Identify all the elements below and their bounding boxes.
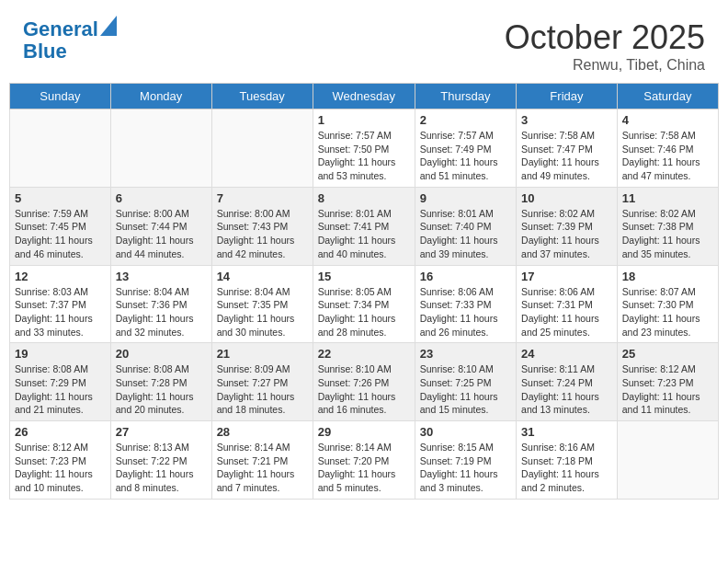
- day-number: 30: [420, 425, 511, 439]
- calendar-day-cell: 3Sunrise: 7:58 AMSunset: 7:47 PMDaylight…: [517, 109, 618, 188]
- day-info: Sunrise: 8:10 AMSunset: 7:26 PMDaylight:…: [318, 362, 410, 417]
- day-number: 12: [15, 270, 106, 283]
- calendar-day-cell: 23Sunrise: 8:10 AMSunset: 7:25 PMDayligh…: [415, 343, 516, 421]
- day-number: 21: [217, 347, 308, 361]
- day-number: 31: [521, 425, 612, 439]
- calendar-day-cell: 1Sunrise: 7:57 AMSunset: 7:50 PMDaylight…: [313, 109, 415, 188]
- calendar-day-cell: 7Sunrise: 8:00 AMSunset: 7:43 PMDaylight…: [211, 187, 313, 265]
- calendar-day-cell: 11Sunrise: 8:02 AMSunset: 7:38 PMDayligh…: [617, 187, 718, 265]
- day-info: Sunrise: 8:13 AMSunset: 7:22 PMDaylight:…: [116, 441, 207, 495]
- day-number: 8: [318, 191, 410, 205]
- calendar-day-cell: 25Sunrise: 8:12 AMSunset: 7:23 PMDayligh…: [617, 343, 718, 421]
- day-number: 9: [420, 191, 511, 205]
- calendar-day-cell: 14Sunrise: 8:04 AMSunset: 7:35 PMDayligh…: [211, 265, 313, 343]
- day-info: Sunrise: 8:03 AMSunset: 7:37 PMDaylight:…: [15, 285, 106, 339]
- day-info: Sunrise: 7:57 AMSunset: 7:50 PMDaylight:…: [318, 129, 410, 183]
- day-info: Sunrise: 8:11 AMSunset: 7:24 PMDaylight:…: [521, 362, 612, 417]
- calendar-day-cell: 9Sunrise: 8:01 AMSunset: 7:40 PMDaylight…: [415, 187, 516, 265]
- day-info: Sunrise: 8:14 AMSunset: 7:21 PMDaylight:…: [217, 441, 308, 495]
- day-number: 16: [420, 270, 511, 283]
- calendar-day-cell: 17Sunrise: 8:06 AMSunset: 7:31 PMDayligh…: [517, 265, 618, 343]
- day-info: Sunrise: 7:58 AMSunset: 7:46 PMDaylight:…: [622, 129, 713, 183]
- calendar-day-cell: 18Sunrise: 8:07 AMSunset: 7:30 PMDayligh…: [617, 265, 718, 343]
- day-of-week-header: Monday: [110, 84, 211, 109]
- calendar-day-cell: 20Sunrise: 8:08 AMSunset: 7:28 PMDayligh…: [110, 343, 211, 421]
- calendar-day-cell: 31Sunrise: 8:16 AMSunset: 7:18 PMDayligh…: [517, 421, 618, 500]
- calendar-day-cell: 28Sunrise: 8:14 AMSunset: 7:21 PMDayligh…: [211, 421, 313, 500]
- day-number: 28: [217, 425, 308, 439]
- day-info: Sunrise: 8:08 AMSunset: 7:28 PMDaylight:…: [116, 362, 207, 417]
- calendar-day-cell: 27Sunrise: 8:13 AMSunset: 7:22 PMDayligh…: [110, 421, 211, 500]
- day-info: Sunrise: 8:02 AMSunset: 7:38 PMDaylight:…: [622, 207, 713, 261]
- day-number: 10: [521, 191, 612, 205]
- calendar-day-cell: 15Sunrise: 8:05 AMSunset: 7:34 PMDayligh…: [313, 265, 415, 343]
- day-info: Sunrise: 8:00 AMSunset: 7:44 PMDaylight:…: [116, 207, 207, 261]
- calendar-day-cell: 21Sunrise: 8:09 AMSunset: 7:27 PMDayligh…: [211, 343, 313, 421]
- location-subtitle: Renwu, Tibet, China: [505, 57, 705, 74]
- calendar-day-cell: 24Sunrise: 8:11 AMSunset: 7:24 PMDayligh…: [517, 343, 618, 421]
- calendar-day-cell: 12Sunrise: 8:03 AMSunset: 7:37 PMDayligh…: [10, 265, 111, 343]
- calendar-day-cell: 29Sunrise: 8:14 AMSunset: 7:20 PMDayligh…: [313, 421, 415, 500]
- logo-subtext: Blue: [23, 40, 67, 63]
- calendar-week-row: 26Sunrise: 8:12 AMSunset: 7:23 PMDayligh…: [10, 421, 719, 500]
- day-number: 25: [622, 347, 713, 361]
- calendar-week-row: 12Sunrise: 8:03 AMSunset: 7:37 PMDayligh…: [10, 265, 719, 343]
- day-number: 22: [318, 347, 410, 361]
- day-number: 11: [622, 191, 713, 205]
- day-number: 4: [622, 113, 713, 127]
- day-of-week-header: Wednesday: [313, 84, 415, 109]
- calendar-day-cell: 22Sunrise: 8:10 AMSunset: 7:26 PMDayligh…: [313, 343, 415, 421]
- day-number: 18: [622, 270, 713, 283]
- calendar-day-cell: 13Sunrise: 8:04 AMSunset: 7:36 PMDayligh…: [110, 265, 211, 343]
- day-info: Sunrise: 8:06 AMSunset: 7:31 PMDaylight:…: [521, 285, 612, 339]
- calendar-day-cell: 8Sunrise: 8:01 AMSunset: 7:41 PMDaylight…: [313, 187, 415, 265]
- day-info: Sunrise: 8:16 AMSunset: 7:18 PMDaylight:…: [521, 441, 612, 495]
- day-info: Sunrise: 8:05 AMSunset: 7:34 PMDaylight:…: [318, 285, 410, 339]
- day-number: 26: [15, 425, 106, 439]
- day-number: 7: [217, 191, 308, 205]
- day-info: Sunrise: 8:01 AMSunset: 7:40 PMDaylight:…: [420, 207, 511, 261]
- day-number: 13: [116, 270, 207, 283]
- day-number: 6: [116, 191, 207, 205]
- day-number: 23: [420, 347, 511, 361]
- day-info: Sunrise: 8:14 AMSunset: 7:20 PMDaylight:…: [318, 441, 410, 495]
- day-number: 1: [318, 113, 410, 127]
- day-info: Sunrise: 8:02 AMSunset: 7:39 PMDaylight:…: [521, 207, 612, 261]
- day-info: Sunrise: 7:58 AMSunset: 7:47 PMDaylight:…: [521, 129, 612, 183]
- day-number: 3: [521, 113, 612, 127]
- logo-icon: [100, 16, 117, 36]
- calendar-week-row: 5Sunrise: 7:59 AMSunset: 7:45 PMDaylight…: [10, 187, 719, 265]
- day-info: Sunrise: 8:04 AMSunset: 7:36 PMDaylight:…: [116, 285, 207, 339]
- calendar-day-cell: [110, 109, 211, 188]
- calendar-day-cell: [617, 421, 718, 500]
- calendar-day-cell: 6Sunrise: 8:00 AMSunset: 7:44 PMDaylight…: [110, 187, 211, 265]
- day-info: Sunrise: 8:07 AMSunset: 7:30 PMDaylight:…: [622, 285, 713, 339]
- day-number: 27: [116, 425, 207, 439]
- calendar-day-cell: 2Sunrise: 7:57 AMSunset: 7:49 PMDaylight…: [415, 109, 516, 188]
- day-info: Sunrise: 8:09 AMSunset: 7:27 PMDaylight:…: [217, 362, 308, 417]
- day-number: 20: [116, 347, 207, 361]
- day-number: 24: [521, 347, 612, 361]
- calendar-day-cell: [10, 109, 111, 188]
- day-info: Sunrise: 8:10 AMSunset: 7:25 PMDaylight:…: [420, 362, 511, 417]
- calendar-week-row: 19Sunrise: 8:08 AMSunset: 7:29 PMDayligh…: [10, 343, 719, 421]
- calendar-table: SundayMondayTuesdayWednesdayThursdayFrid…: [9, 83, 719, 500]
- logo: General Blue: [23, 18, 117, 63]
- day-info: Sunrise: 8:12 AMSunset: 7:23 PMDaylight:…: [622, 362, 713, 417]
- calendar-day-cell: 4Sunrise: 7:58 AMSunset: 7:46 PMDaylight…: [617, 109, 718, 188]
- day-info: Sunrise: 8:00 AMSunset: 7:43 PMDaylight:…: [217, 207, 308, 261]
- calendar-day-cell: 19Sunrise: 8:08 AMSunset: 7:29 PMDayligh…: [10, 343, 111, 421]
- calendar-week-row: 1Sunrise: 7:57 AMSunset: 7:50 PMDaylight…: [10, 109, 719, 188]
- day-number: 19: [15, 347, 106, 361]
- day-number: 29: [318, 425, 410, 439]
- day-info: Sunrise: 7:57 AMSunset: 7:49 PMDaylight:…: [420, 129, 511, 183]
- calendar-day-cell: 30Sunrise: 8:15 AMSunset: 7:19 PMDayligh…: [415, 421, 516, 500]
- day-of-week-header: Thursday: [415, 84, 516, 109]
- calendar-day-cell: [211, 109, 313, 188]
- month-title: October 2025: [505, 18, 705, 57]
- day-number: 14: [217, 270, 308, 283]
- day-number: 2: [420, 113, 511, 127]
- calendar-day-cell: 10Sunrise: 8:02 AMSunset: 7:39 PMDayligh…: [517, 187, 618, 265]
- svg-marker-0: [100, 16, 117, 36]
- day-of-week-header: Sunday: [10, 84, 111, 109]
